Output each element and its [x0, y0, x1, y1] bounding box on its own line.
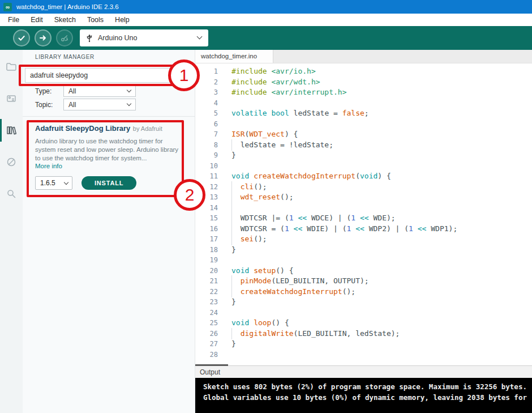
- type-filter-label: Type:: [35, 87, 52, 95]
- window-title: watchdog_timer | Arduino IDE 2.3.6: [16, 3, 119, 10]
- code-line: 28: [195, 350, 532, 360]
- console-line: Sketch uses 802 bytes (2%) of program st…: [203, 381, 532, 392]
- chevron-down-icon: [127, 101, 131, 106]
- tab-output[interactable]: Output: [195, 368, 220, 376]
- menu-tools[interactable]: Tools: [81, 14, 109, 26]
- library-title: Adafruit SleepyDog Library: [35, 124, 130, 133]
- menu-sketch[interactable]: Sketch: [49, 14, 81, 26]
- sidebar-item-search[interactable]: [0, 178, 23, 210]
- code-line: 8 ledState = !ledState;: [195, 140, 532, 151]
- code-line: 5volatile bool ledState = false;: [195, 108, 532, 119]
- arduino-ide-window: ∞ watchdog_timer | Arduino IDE 2.3.6 Fil…: [0, 0, 532, 413]
- editor-column: watchdog_timer.ino 1#include <avr/io.h>2…: [195, 50, 532, 413]
- code-line: 12 cli();: [195, 182, 532, 193]
- folder-icon: [5, 61, 18, 73]
- code-line: 18}: [195, 245, 532, 256]
- upload-button[interactable]: [35, 29, 52, 46]
- verify-button[interactable]: [13, 29, 30, 46]
- code-line: 7ISR(WDT_vect) {: [195, 129, 532, 140]
- code-line: 14: [195, 203, 532, 214]
- check-icon: [17, 33, 26, 42]
- output-tab-bar: Output: [195, 365, 532, 378]
- toolbar: Arduino Uno: [0, 26, 532, 50]
- code-line: 2#include <avr/wdt.h>: [195, 77, 532, 88]
- sidebar-item-sketchbook[interactable]: [0, 51, 23, 83]
- tab-watchdog-timer-ino[interactable]: watchdog_timer.ino: [195, 50, 273, 63]
- board-icon: [5, 92, 18, 105]
- debug-button[interactable]: [56, 29, 73, 46]
- type-filter-value: All: [68, 87, 76, 95]
- code-line: 10: [195, 161, 532, 172]
- version-select[interactable]: 1.6.5: [35, 176, 72, 190]
- title-bar: ∞ watchdog_timer | Arduino IDE 2.3.6: [0, 0, 532, 14]
- code-editor[interactable]: 1#include <avr/io.h>2#include <avr/wdt.h…: [195, 63, 532, 365]
- library-manager-panel: LIBRARY MANAGER Type: All Topic: All Ada…: [23, 50, 195, 413]
- menu-edit[interactable]: Edit: [25, 14, 49, 26]
- code-line: 13 wdt_reset();: [195, 192, 532, 203]
- code-line: 26 digitalWrite(LED_BUILTIN, ledState);: [195, 329, 532, 339]
- editor-tab-bar: watchdog_timer.ino: [195, 50, 532, 63]
- output-console[interactable]: Sketch uses 802 bytes (2%) of program st…: [195, 378, 532, 413]
- code-line: 24: [195, 308, 532, 318]
- type-filter-select[interactable]: All: [63, 85, 136, 97]
- chevron-down-icon: [64, 180, 68, 185]
- sidebar-item-boards-manager[interactable]: [0, 83, 23, 114]
- library-card: Adafruit SleepyDog Library by Adafruit A…: [35, 123, 183, 190]
- library-books-icon: [5, 124, 18, 137]
- code-line: 20void setup() {: [195, 266, 532, 276]
- code-lines: 1#include <avr/io.h>2#include <avr/wdt.h…: [195, 66, 532, 360]
- code-line: 21 pinMode(LED_BUILTIN, OUTPUT);: [195, 276, 532, 287]
- code-line: 16 WDTCSR = (1 << WDIE) | (1 << WDP2) | …: [195, 224, 532, 235]
- code-line: 15 WDTCSR |= (1 << WDCE) | (1 << WDE);: [195, 213, 532, 224]
- version-value: 1.6.5: [40, 179, 55, 187]
- usb-icon: [85, 33, 93, 42]
- code-line: 23}: [195, 297, 532, 308]
- code-line: 27}: [195, 339, 532, 350]
- code-line: 22 createWatchdogInterrupt();: [195, 287, 532, 297]
- console-line: Global variables use 10 bytes (0%) of dy…: [203, 392, 532, 403]
- library-search-input[interactable]: [25, 68, 177, 83]
- topic-filter-value: All: [68, 101, 76, 109]
- main-area: LIBRARY MANAGER Type: All Topic: All Ada…: [0, 50, 532, 413]
- code-line: 3#include <avr/interrupt.h>: [195, 87, 532, 98]
- library-description: Arduino library to use the watchdog time…: [35, 137, 179, 163]
- arrow-right-icon: [38, 33, 48, 42]
- code-line: 17 sei();: [195, 234, 532, 245]
- menu-help[interactable]: Help: [109, 14, 135, 26]
- panel-divider: [23, 116, 195, 117]
- more-info-link[interactable]: More info: [35, 163, 183, 169]
- sidebar-item-debug[interactable]: [0, 146, 23, 178]
- code-line: 6: [195, 119, 532, 130]
- panel-splitter-handle[interactable]: [195, 364, 228, 366]
- code-line: 19: [195, 255, 532, 266]
- code-line: 25void loop() {: [195, 318, 532, 329]
- board-name: Arduino Uno: [98, 34, 138, 42]
- arduino-app-icon: ∞: [3, 3, 12, 11]
- library-author: by Adafruit: [133, 125, 162, 132]
- debug-icon: [60, 33, 69, 42]
- chevron-down-icon: [127, 88, 131, 92]
- menu-bar: File Edit Sketch Tools Help: [0, 14, 532, 26]
- board-selector[interactable]: Arduino Uno: [80, 29, 208, 46]
- activity-bar: [0, 50, 23, 413]
- menu-file[interactable]: File: [2, 14, 25, 26]
- code-line: 9}: [195, 150, 532, 161]
- code-line: 11void createWatchdogInterrupt(void) {: [195, 171, 532, 182]
- search-icon: [5, 188, 18, 200]
- code-line: 4: [195, 98, 532, 109]
- sidebar-item-library-manager[interactable]: [0, 114, 23, 146]
- topic-filter-label: Topic:: [35, 101, 53, 109]
- code-line: 1#include <avr/io.h>: [195, 66, 532, 77]
- install-button[interactable]: INSTALL: [81, 176, 136, 190]
- panel-title: LIBRARY MANAGER: [35, 54, 95, 60]
- topic-filter-select[interactable]: All: [63, 99, 136, 110]
- ban-icon: [5, 156, 18, 168]
- chevron-down-icon: [197, 34, 203, 40]
